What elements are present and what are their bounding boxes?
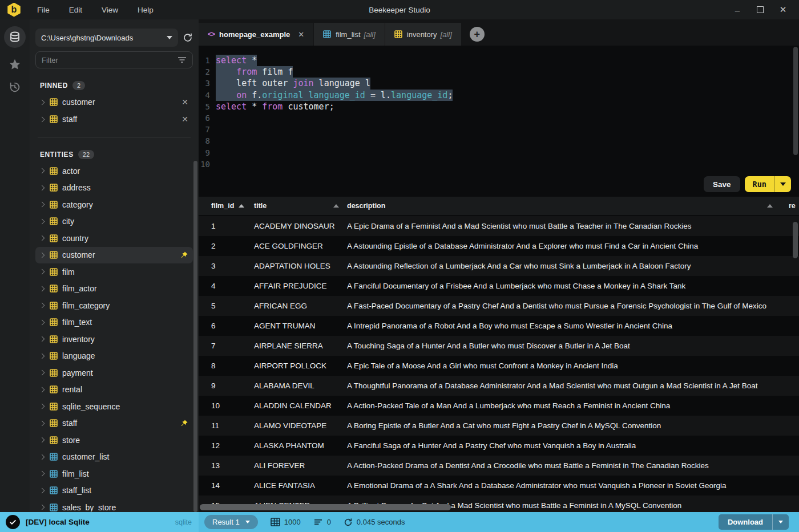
chevron-right-icon[interactable] <box>39 218 45 224</box>
sidebar-item-sales_by_store[interactable]: sales_by_store <box>35 499 193 511</box>
save-button[interactable]: Save <box>704 176 740 192</box>
chevron-right-icon[interactable] <box>39 116 45 122</box>
table-row[interactable]: 10ALADDIN CALENDARA Action-Packed Tale o… <box>199 396 799 416</box>
sidebar-item-category[interactable]: category <box>35 196 193 213</box>
sql-editor[interactable]: 1select *2 from film f3 left outer join … <box>199 46 799 197</box>
chevron-right-icon[interactable] <box>39 202 45 208</box>
tab-inventory[interactable]: inventory[all] <box>385 23 462 46</box>
table-row[interactable]: 11ALAMO VIDEOTAPEA Boring Epistle of a B… <box>199 416 799 436</box>
table-row[interactable]: 7AIRPLANE SIERRAA Touching Saga of a Hun… <box>199 336 799 356</box>
rail-history-item[interactable] <box>9 81 21 94</box>
grid-horizontal-scrollbar[interactable] <box>200 504 451 510</box>
table-icon <box>50 251 58 259</box>
menu-item-view[interactable]: View <box>102 6 118 14</box>
sidebar-item-sqlite_sequence[interactable]: sqlite_sequence <box>35 398 193 415</box>
tab-close-icon[interactable]: ✕ <box>298 30 304 39</box>
column-header-film-id[interactable]: film_id <box>199 202 254 210</box>
chevron-right-icon[interactable] <box>39 168 45 174</box>
column-header-partial[interactable]: re <box>789 202 799 210</box>
chevron-right-icon[interactable] <box>39 505 45 510</box>
column-header-description[interactable]: description <box>347 202 789 210</box>
sidebar-item-staff[interactable]: staff <box>35 415 193 432</box>
unpin-close-icon[interactable]: ✕ <box>181 115 188 124</box>
sidebar-item-staff_list[interactable]: staff_list <box>35 482 193 499</box>
table-row[interactable]: 8AIRPORT POLLOCKA Epic Tale of a Moose A… <box>199 356 799 376</box>
tab-film_list[interactable]: film_list[all] <box>314 23 385 46</box>
table-row[interactable]: 1ACADEMY DINOSAURA Epic Drama of a Femin… <box>199 216 799 236</box>
download-button[interactable]: Download <box>719 514 772 530</box>
sidebar-item-film_list[interactable]: film_list <box>35 465 193 482</box>
result-selector[interactable]: Result 1 <box>204 515 258 529</box>
table-row[interactable]: 6AGENT TRUMANA Intrepid Panorama of a Ro… <box>199 316 799 336</box>
chevron-right-icon[interactable] <box>39 404 45 409</box>
run-button[interactable]: Run <box>745 176 774 192</box>
chevron-right-icon[interactable] <box>39 353 45 359</box>
sidebar-item-inventory[interactable]: inventory <box>35 331 193 348</box>
chevron-right-icon[interactable] <box>39 387 45 392</box>
download-dropdown-button[interactable] <box>773 514 789 530</box>
tab-homepage_example[interactable]: <>homepage_example✕ <box>199 23 314 46</box>
menu-item-help[interactable]: Help <box>138 6 154 14</box>
chevron-right-icon[interactable] <box>39 235 45 241</box>
unpin-close-icon[interactable]: ✕ <box>181 98 188 107</box>
editor-scrollbar[interactable] <box>793 47 798 155</box>
sidebar-item-payment[interactable]: payment <box>35 364 193 381</box>
maximize-icon[interactable] <box>757 6 764 13</box>
connection-path: C:\Users\ghstng\Downloads <box>41 34 163 42</box>
table-row[interactable]: 12ALASKA PHANTOMA Fanciful Saga of a Hun… <box>199 436 799 456</box>
chevron-right-icon[interactable] <box>39 319 45 325</box>
run-dropdown-button[interactable] <box>775 176 791 192</box>
minimize-icon[interactable]: – <box>733 5 742 15</box>
chevron-right-icon[interactable] <box>39 336 45 342</box>
sidebar-item-rental[interactable]: rental <box>35 381 193 399</box>
sidebar-item-film_category[interactable]: film_category <box>35 297 193 314</box>
table-row[interactable]: 5AFRICAN EGGA Fast-Paced Documentary of … <box>199 296 799 316</box>
pinned-item-customer[interactable]: customer✕ <box>35 94 193 111</box>
menu-item-file[interactable]: File <box>37 6 50 14</box>
new-tab-button[interactable]: + <box>470 27 485 42</box>
sidebar-item-country[interactable]: country <box>35 230 193 247</box>
table-row[interactable]: 13ALI FOREVERA Action-Packed Drama of a … <box>199 456 799 476</box>
connection-name[interactable]: [DEV] local Sqlite <box>26 518 170 526</box>
refresh-icon[interactable] <box>183 33 193 43</box>
sidebar-item-customer_list[interactable]: customer_list <box>35 449 193 466</box>
chevron-right-icon[interactable] <box>39 185 45 190</box>
connection-select[interactable]: C:\Users\ghstng\Downloads <box>35 29 178 47</box>
table-row[interactable]: 3ADAPTATION HOLESA Astounding Reflection… <box>199 256 799 276</box>
sidebar-item-customer[interactable]: customer <box>35 247 193 264</box>
filter-input[interactable]: Filter <box>35 51 193 68</box>
chevron-right-icon[interactable] <box>39 99 45 105</box>
sidebar-item-language[interactable]: language <box>35 348 193 365</box>
sidebar-item-actor[interactable]: actor <box>35 163 193 180</box>
sidebar-item-address[interactable]: address <box>35 180 193 197</box>
chevron-right-icon[interactable] <box>39 471 45 477</box>
chevron-right-icon[interactable] <box>39 454 45 460</box>
close-icon[interactable]: ✕ <box>778 5 788 15</box>
rail-database-item[interactable] <box>4 26 26 48</box>
table-row[interactable]: 14ALICE FANTASIAA Emotional Drama of a A… <box>199 476 799 496</box>
table-row[interactable]: 9ALABAMA DEVILA Thoughtful Panorama of a… <box>199 376 799 396</box>
chevron-right-icon[interactable] <box>39 437 45 443</box>
chevron-right-icon[interactable] <box>39 488 45 493</box>
film-id-header-label: film_id <box>211 202 234 210</box>
chevron-right-icon[interactable] <box>39 370 45 376</box>
column-header-title[interactable]: title <box>254 202 347 210</box>
chevron-right-icon[interactable] <box>39 286 45 291</box>
sidebar-item-city[interactable]: city <box>35 213 193 230</box>
grid-vertical-scrollbar[interactable] <box>793 222 798 258</box>
sidebar-item-film_text[interactable]: film_text <box>35 314 193 331</box>
sidebar-item-store[interactable]: store <box>35 432 193 449</box>
chevron-right-icon[interactable] <box>39 269 45 275</box>
sidebar-item-film[interactable]: film <box>35 263 193 281</box>
sidebar-scrollbar[interactable] <box>193 161 197 512</box>
pinned-item-staff[interactable]: staff✕ <box>35 111 193 128</box>
sidebar-item-film_actor[interactable]: film_actor <box>35 281 193 298</box>
chevron-right-icon[interactable] <box>39 252 45 258</box>
chevron-right-icon[interactable] <box>39 420 45 426</box>
rail-favorites-item[interactable] <box>9 58 21 71</box>
table-row[interactable]: 4AFFAIR PREJUDICEA Fanciful Documentary … <box>199 276 799 296</box>
chevron-right-icon[interactable] <box>39 303 45 308</box>
table-row[interactable]: 2ACE GOLDFINGERA Astounding Epistle of a… <box>199 236 799 256</box>
menu-item-edit[interactable]: Edit <box>69 6 82 14</box>
entity-name: actor <box>62 166 188 176</box>
